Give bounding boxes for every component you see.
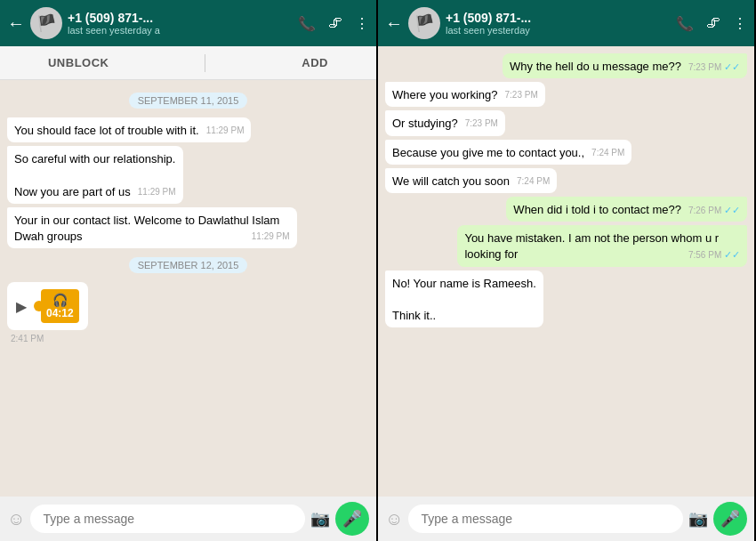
- more-icon-right[interactable]: ⋮: [733, 15, 747, 32]
- header-icons-left: 📞 🖇 ⋮: [298, 15, 369, 32]
- blocked-bar: UNBLOCK ADD: [0, 46, 376, 80]
- date-badge-2: SEPTEMBER 12, 2015: [129, 257, 248, 273]
- message-input-left[interactable]: [30, 505, 305, 533]
- msg-time: 11:29 PM: [206, 125, 245, 137]
- msg-right-0: Why the hell do u message me?? 7:23 PM ✓…: [503, 53, 747, 78]
- back-button-right[interactable]: ←: [385, 13, 403, 34]
- play-icon[interactable]: ▶: [16, 298, 27, 315]
- msg-text: No! Your name is Rameesh.Think it..: [392, 277, 536, 322]
- ticks: ✓✓: [724, 61, 740, 72]
- msg-text: You should face lot of trouble with it.: [14, 124, 199, 137]
- unblock-button[interactable]: UNBLOCK: [48, 56, 109, 69]
- msg-time: 7:23 PM: [505, 89, 538, 101]
- msg-text: Why the hell do u message me??: [510, 60, 681, 73]
- msg-text: We will catch you soon: [392, 174, 510, 188]
- audio-duration: 🎧 04:12: [41, 289, 79, 323]
- left-chat-area: SEPTEMBER 11, 2015 You should face lot o…: [0, 80, 376, 497]
- header-icons-right: 📞 🖇 ⋮: [676, 15, 747, 32]
- msg-right-2: Or studying? 7:23 PM: [385, 110, 505, 135]
- blocked-divider: [205, 54, 205, 72]
- camera-icon-left[interactable]: 📷: [310, 509, 330, 529]
- left-input-bar: ☺ 📷 🎤: [0, 497, 376, 541]
- right-header: ← 🏴 +1 (509) 871-... last seen yesterday…: [378, 0, 754, 46]
- right-input-bar: ☺ 📷 🎤: [378, 497, 754, 541]
- left-header: ← 🏴 +1 (509) 871-... last seen yesterday…: [0, 0, 376, 46]
- ticks: ✓✓: [724, 205, 740, 215]
- msg-left-0: You should face lot of trouble with it. …: [7, 117, 251, 142]
- contact-name-right: +1 (509) 871-...: [446, 11, 671, 25]
- msg-time: 7:23 PM ✓✓: [688, 61, 740, 74]
- msg-text: When did i told i to contact me??: [513, 203, 681, 216]
- audio-time: 2:41 PM: [11, 334, 44, 343]
- msg-text: You have mistaken. I am not the person w…: [464, 231, 719, 261]
- right-chat-area: Why the hell do u message me?? 7:23 PM ✓…: [378, 46, 754, 497]
- msg-text: Your in our contact list. Welcome to Daw…: [14, 214, 279, 243]
- attachment-icon-left[interactable]: 🖇: [328, 15, 342, 31]
- header-info-right: +1 (509) 871-... last seen yesterday: [446, 11, 671, 36]
- phone-icon-left[interactable]: 📞: [298, 15, 316, 32]
- msg-time: 7:23 PM: [465, 117, 498, 130]
- msg-time: 11:29 PM: [252, 230, 290, 243]
- mic-button-left[interactable]: 🎤: [335, 502, 369, 536]
- header-info-left: +1 (509) 871-... last seen yesterday a: [68, 11, 293, 36]
- emoji-icon-right[interactable]: ☺: [385, 509, 403, 529]
- contact-status-right: last seen yesterday: [446, 25, 671, 36]
- mic-button-right[interactable]: 🎤: [713, 502, 747, 536]
- add-button[interactable]: ADD: [302, 56, 328, 69]
- contact-status-left: last seen yesterday a: [68, 25, 293, 36]
- left-panel: ← 🏴 +1 (509) 871-... last seen yesterday…: [0, 0, 378, 541]
- ticks: ✓✓: [724, 249, 740, 260]
- msg-right-1: Where you working? 7:23 PM: [385, 82, 545, 107]
- msg-right-7: No! Your name is Rameesh.Think it..: [385, 270, 543, 328]
- msg-right-6: You have mistaken. I am not the person w…: [457, 225, 747, 266]
- msg-right-3: Because you give me to contact you., 7:2…: [385, 140, 631, 165]
- msg-time: 7:56 PM ✓✓: [688, 248, 740, 262]
- msg-time: 11:29 PM: [138, 186, 176, 198]
- msg-right-5: When did i told i to contact me?? 7:26 P…: [506, 197, 747, 222]
- audio-bubble: ▶ 🎧 04:12: [7, 282, 88, 330]
- emoji-icon-left[interactable]: ☺: [7, 509, 25, 529]
- msg-left-1: So careful with our relationship.Now you…: [7, 146, 183, 204]
- phone-icon-right[interactable]: 📞: [676, 15, 694, 32]
- msg-time: 7:26 PM ✓✓: [688, 204, 740, 217]
- msg-text: Or studying?: [392, 117, 458, 130]
- right-panel: ← 🏴 +1 (509) 871-... last seen yesterday…: [378, 0, 756, 541]
- msg-time: 7:24 PM: [591, 147, 624, 159]
- msg-text: Where you working?: [392, 88, 498, 101]
- msg-left-2: Your in our contact list. Welcome to Daw…: [7, 207, 297, 248]
- msg-time: 7:24 PM: [517, 175, 550, 188]
- audio-duration-text: 04:12: [46, 307, 74, 319]
- mic-icon-right: 🎤: [720, 509, 740, 529]
- camera-icon-right[interactable]: 📷: [688, 509, 708, 529]
- message-input-right[interactable]: [408, 505, 683, 533]
- back-button-left[interactable]: ←: [7, 13, 25, 34]
- attachment-icon-right[interactable]: 🖇: [706, 15, 720, 31]
- date-badge-1: SEPTEMBER 11, 2015: [129, 93, 248, 109]
- avatar-left: 🏴: [30, 7, 62, 39]
- contact-name-left: +1 (509) 871-...: [68, 11, 293, 25]
- msg-text: Because you give me to contact you.,: [392, 146, 584, 159]
- headphone-icon: 🎧: [52, 293, 68, 307]
- avatar-right: 🏴: [408, 7, 440, 39]
- mic-icon-left: 🎤: [342, 509, 362, 529]
- msg-right-4: We will catch you soon 7:24 PM: [385, 168, 557, 193]
- more-icon-left[interactable]: ⋮: [355, 15, 369, 32]
